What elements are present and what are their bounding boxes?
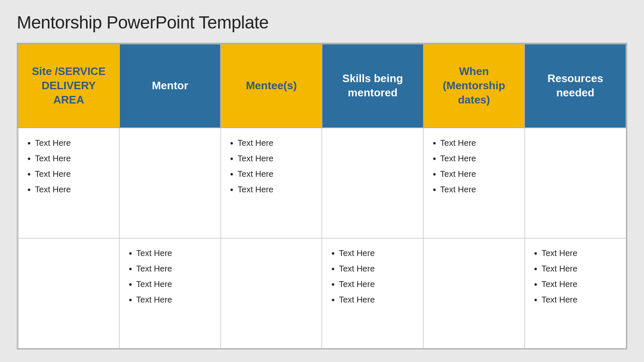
list-item: Text Here <box>433 151 515 167</box>
header-mentor: Mentor <box>119 44 221 128</box>
list-item: Text Here <box>534 246 617 261</box>
list-item: Text Here <box>28 167 110 182</box>
cell-skills-row0 <box>322 128 423 238</box>
list-item: Text Here <box>230 136 313 151</box>
list-item: Text Here <box>534 277 617 292</box>
list-item: Text Here <box>331 277 414 292</box>
cell-mentor-row1: Text HereText HereText HereText Here <box>119 238 221 348</box>
table-row: Text HereText HereText HereText HereText… <box>18 128 626 238</box>
list-item: Text Here <box>28 151 110 167</box>
cell-mentees-row1 <box>221 238 322 348</box>
cell-site-row1 <box>18 238 119 348</box>
list-item: Text Here <box>129 246 211 261</box>
page-title: Mentorship PowerPoint Template <box>17 13 627 33</box>
list-item: Text Here <box>534 292 617 308</box>
list-item: Text Here <box>129 277 211 292</box>
header-resources: Resources needed <box>525 44 626 128</box>
cell-site-row0: Text HereText HereText HereText Here <box>18 128 119 238</box>
list-item: Text Here <box>28 136 110 151</box>
mentorship-table: Site /SERVICE DELIVERY AREA Mentor Mente… <box>18 44 626 349</box>
list-item: Text Here <box>331 261 414 277</box>
list-item: Text Here <box>433 167 515 182</box>
cell-when-row0: Text HereText HereText HereText Here <box>423 128 525 238</box>
list-item: Text Here <box>28 182 110 198</box>
list-item: Text Here <box>331 246 414 261</box>
cell-skills-row1: Text HereText HereText HereText Here <box>322 238 423 348</box>
list-item: Text Here <box>433 182 515 198</box>
header-mentees: Mentee(s) <box>221 44 322 128</box>
list-item: Text Here <box>129 292 211 308</box>
header-skills: Skills being mentored <box>322 44 423 128</box>
header-when: When (Mentorship dates) <box>423 44 525 128</box>
cell-mentor-row0 <box>119 128 221 238</box>
list-item: Text Here <box>534 261 617 277</box>
list-item: Text Here <box>230 167 313 182</box>
cell-mentees-row0: Text HereText HereText HereText Here <box>221 128 322 238</box>
list-item: Text Here <box>230 182 313 198</box>
cell-when-row1 <box>423 238 525 348</box>
header-site: Site /SERVICE DELIVERY AREA <box>18 44 119 128</box>
cell-resources-row1: Text HereText HereText HereText Here <box>525 238 626 348</box>
list-item: Text Here <box>433 136 515 151</box>
list-item: Text Here <box>331 292 414 308</box>
cell-resources-row0 <box>525 128 626 238</box>
table-header-row: Site /SERVICE DELIVERY AREA Mentor Mente… <box>18 44 626 128</box>
list-item: Text Here <box>230 151 313 167</box>
list-item: Text Here <box>129 261 211 277</box>
main-table-wrapper: Site /SERVICE DELIVERY AREA Mentor Mente… <box>17 43 627 349</box>
table-row: Text HereText HereText HereText HereText… <box>18 238 626 348</box>
